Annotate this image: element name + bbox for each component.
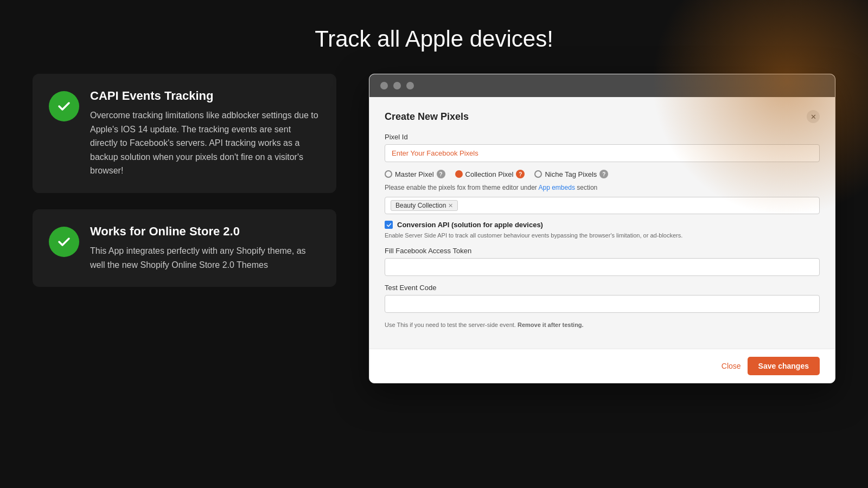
radio-collection-pixel[interactable]: Collection Pixel ? [455,170,525,178]
close-button[interactable]: Close [722,362,741,370]
feature-text-store2: Works for Online Store 2.0 This App inte… [90,224,320,272]
radio-dot-collection [455,170,463,178]
traffic-dot-2 [393,82,401,89]
pixel-type-radio-group: Master Pixel ? Collection Pixel ? Niche … [385,170,820,178]
tag-label: Beauty Collection [395,202,446,209]
radio-label-master: Master Pixel [395,170,434,178]
feature-heading-store2: Works for Online Store 2.0 [90,224,320,239]
radio-label-niche: Niche Tag Pixels [545,170,597,178]
traffic-dot-3 [406,82,414,89]
app-embeds-notice: Please enable the pixels fox from theme … [385,184,820,191]
modal-column: Create New Pixels ✕ Pixel Id Master Pixe… [369,74,835,383]
radio-dot-niche [534,170,542,178]
test-event-note: Use This if you need to test the server-… [385,320,820,330]
modal-body: Create New Pixels ✕ Pixel Id Master Pixe… [369,97,835,349]
help-icon-niche[interactable]: ? [599,170,608,178]
check-icon-store2 [49,227,79,257]
pixel-id-label: Pixel Id [385,133,820,141]
pixel-id-group: Pixel Id [385,133,820,162]
modal-title: Create New Pixels [385,111,469,123]
feature-desc-capi: Overcome tracking limitations like adblo… [90,108,320,178]
test-event-input[interactable] [385,295,820,313]
feature-heading-capi: CAPI Events Tracking [90,89,320,103]
access-token-group: Fill Facebook Access Token [385,247,820,276]
conversion-api-label: Conversion API (solution for apple devic… [397,221,543,229]
check-icon-capi [49,91,79,121]
tag-pill-beauty: Beauty Collection ✕ [391,200,458,211]
close-x-button[interactable]: ✕ [807,110,820,123]
modal-header: Create New Pixels ✕ [385,110,820,123]
page-title: Track all Apple devices! [0,0,868,74]
conversion-api-row[interactable]: Conversion API (solution for apple devic… [385,221,820,229]
modal-window: Create New Pixels ✕ Pixel Id Master Pixe… [369,74,835,383]
modal-footer: Close Save changes [369,349,835,383]
feature-desc-store2: This App integrates perfectly with any S… [90,244,320,272]
radio-dot-master [385,170,392,178]
feature-card-store2: Works for Online Store 2.0 This App inte… [33,209,336,287]
radio-label-collection: Collection Pixel [465,170,514,178]
help-icon-master[interactable]: ? [437,170,445,178]
app-embeds-link[interactable]: App embeds [539,184,575,191]
test-event-group: Test Event Code [385,284,820,313]
access-token-input[interactable] [385,258,820,276]
features-column: CAPI Events Tracking Overcome tracking l… [33,74,336,287]
modal-titlebar [369,74,835,97]
save-changes-button[interactable]: Save changes [748,357,820,375]
test-event-label: Test Event Code [385,284,820,292]
feature-text-capi: CAPI Events Tracking Overcome tracking l… [90,89,320,178]
tag-remove-button[interactable]: ✕ [448,202,453,209]
traffic-dot-1 [380,82,388,89]
feature-card-capi: CAPI Events Tracking Overcome tracking l… [33,74,336,193]
conversion-api-note: Enable Server Side API to track all cust… [385,231,820,240]
help-icon-collection[interactable]: ? [516,170,525,178]
radio-master-pixel[interactable]: Master Pixel ? [385,170,445,178]
access-token-label: Fill Facebook Access Token [385,247,820,255]
conversion-api-checkbox[interactable] [385,221,393,229]
tag-input-area[interactable]: Beauty Collection ✕ [385,197,820,214]
radio-niche-pixel[interactable]: Niche Tag Pixels ? [534,170,608,178]
pixel-id-input[interactable] [385,144,820,162]
